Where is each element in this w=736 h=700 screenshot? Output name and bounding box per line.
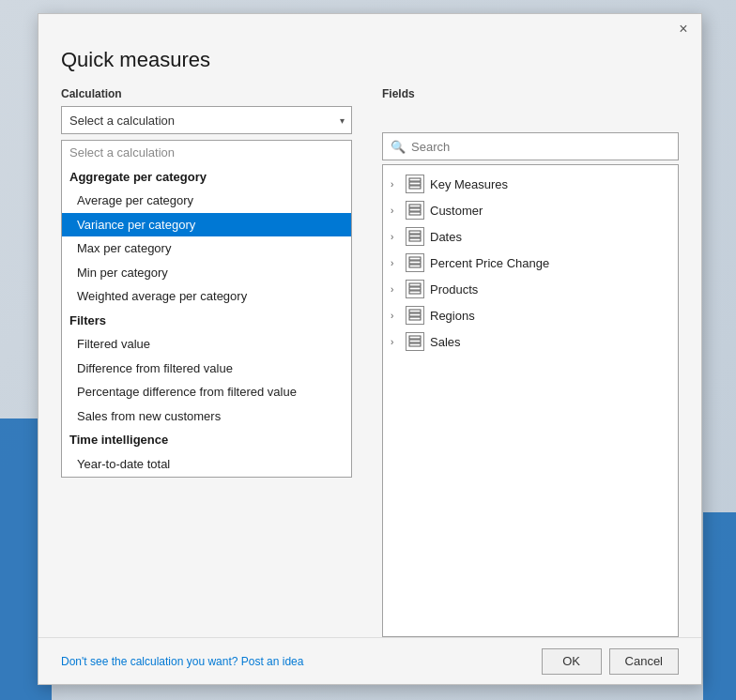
svg-rect-19 [409, 340, 421, 342]
chevron-icon: › [391, 232, 402, 242]
dropdown-item[interactable]: Year-to-date total [62, 452, 351, 477]
dialog-titlebar: × [38, 14, 701, 40]
field-name-label: Percent Price Change [430, 256, 549, 270]
chevron-icon: › [391, 258, 402, 268]
field-name-label: Regions [430, 309, 475, 323]
calculation-panel: Calculation Select a calculation ▾ Selec… [61, 80, 352, 637]
field-item[interactable]: ›Percent Price Change [383, 250, 678, 276]
calculation-label: Calculation [61, 87, 352, 100]
fields-label: Fields [382, 87, 679, 100]
dropdown-item[interactable]: Percentage difference from filtered valu… [62, 380, 351, 404]
chevron-icon: › [391, 337, 402, 347]
svg-rect-4 [409, 208, 421, 211]
svg-rect-16 [409, 313, 421, 316]
svg-rect-11 [409, 265, 421, 267]
svg-rect-10 [409, 261, 421, 264]
dialog-header: Quick measures [38, 40, 701, 80]
table-icon [406, 332, 424, 351]
dialog-body: Calculation Select a calculation ▾ Selec… [38, 80, 701, 637]
field-item[interactable]: ›Products [383, 276, 678, 302]
field-name-label: Products [430, 282, 478, 297]
svg-rect-13 [409, 287, 421, 290]
svg-rect-1 [409, 182, 421, 185]
svg-rect-8 [409, 238, 421, 241]
fields-panel: Fields 🔍 ›Key Measures›Customer›Dates›Pe… [382, 80, 679, 637]
search-icon: 🔍 [391, 140, 406, 154]
field-item[interactable]: ›Sales [383, 328, 678, 355]
dropdown-item[interactable]: Quarter-to-date total [62, 476, 351, 478]
svg-rect-3 [409, 205, 421, 207]
field-name-label: Dates [430, 230, 462, 244]
key-icon [406, 175, 424, 193]
field-name-label: Customer [430, 204, 483, 218]
cancel-button[interactable]: Cancel [609, 648, 679, 675]
svg-rect-6 [409, 231, 421, 234]
chevron-icon: › [391, 311, 402, 321]
fields-list: ›Key Measures›Customer›Dates›Percent Pri… [382, 164, 679, 637]
table-icon [406, 227, 424, 246]
dropdown-item: Filters [62, 309, 351, 333]
table-icon [406, 306, 424, 325]
dropdown-list[interactable]: Select a calculationAggregate per catego… [61, 140, 352, 478]
calc-select-wrapper: Select a calculation ▾ [61, 106, 352, 134]
svg-rect-14 [409, 291, 421, 294]
close-button[interactable]: × [673, 19, 694, 39]
field-item[interactable]: ›Key Measures [383, 171, 678, 197]
svg-rect-0 [409, 178, 421, 181]
field-item[interactable]: ›Dates [383, 223, 678, 250]
dropdown-item[interactable]: Difference from filtered value [62, 357, 351, 381]
dropdown-item[interactable]: Variance per category [62, 213, 351, 237]
svg-rect-5 [409, 212, 421, 215]
dropdown-item[interactable]: Min per category [62, 261, 351, 285]
svg-rect-9 [409, 257, 421, 260]
bg-decoration-right [703, 512, 736, 700]
svg-rect-12 [409, 283, 421, 286]
dropdown-item[interactable]: Filtered value [62, 332, 351, 357]
table-icon [406, 280, 424, 298]
svg-rect-2 [409, 186, 421, 189]
chevron-icon: › [391, 205, 402, 216]
table-icon [406, 253, 424, 272]
dialog-title: Quick measures [61, 48, 679, 72]
search-box: 🔍 [382, 132, 679, 160]
footer-buttons: OK Cancel [542, 648, 679, 675]
svg-rect-18 [409, 336, 421, 339]
dropdown-item[interactable]: Max per category [62, 236, 351, 261]
dropdown-item[interactable]: Average per category [62, 189, 351, 213]
dropdown-item[interactable]: Weighted average per category [62, 284, 351, 309]
dialog-footer: Don't see the calculation you want? Post… [38, 637, 701, 684]
chevron-icon: › [391, 179, 402, 190]
svg-rect-7 [409, 235, 421, 237]
field-item[interactable]: ›Regions [383, 302, 678, 328]
svg-rect-17 [409, 317, 421, 320]
table-icon [406, 201, 424, 220]
post-idea-link[interactable]: Don't see the calculation you want? Post… [61, 655, 303, 668]
field-item[interactable]: ›Customer [383, 197, 678, 223]
dropdown-item: Time intelligence [62, 428, 351, 452]
calc-select[interactable]: Select a calculation [61, 106, 352, 134]
dropdown-item[interactable]: Select a calculation [62, 141, 351, 165]
svg-rect-20 [409, 343, 421, 346]
search-input[interactable] [411, 140, 670, 154]
dropdown-item[interactable]: Sales from new customers [62, 404, 351, 429]
quick-measures-dialog: × Quick measures Calculation Select a ca… [38, 13, 702, 685]
field-name-label: Key Measures [430, 177, 508, 191]
field-name-label: Sales [430, 335, 461, 349]
chevron-icon: › [391, 284, 402, 295]
svg-rect-15 [409, 310, 421, 312]
dropdown-item: Aggregate per category [62, 165, 351, 190]
ok-button[interactable]: OK [542, 648, 602, 675]
